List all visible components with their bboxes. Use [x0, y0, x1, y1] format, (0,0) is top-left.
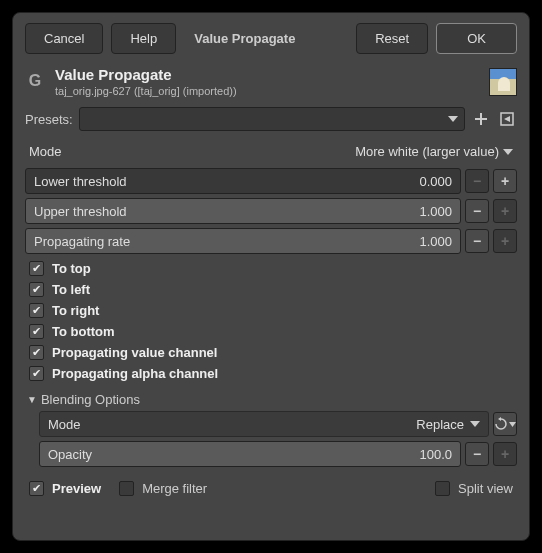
chevron-down-icon [503, 149, 513, 155]
to-bottom-row: ✔ To bottom [25, 321, 517, 342]
alpha-channel-row: ✔ Propagating alpha channel [25, 363, 517, 384]
to-left-row: ✔ To left [25, 279, 517, 300]
chevron-down-icon [470, 421, 480, 427]
lower-threshold-minus: − [465, 169, 489, 193]
dialog-title-button: Value Propagate [184, 24, 305, 53]
presets-row: Presets: [25, 107, 517, 131]
mode-row[interactable]: Mode More white (larger value) [25, 139, 517, 164]
blend-mode-dropdown[interactable]: Mode Replace [39, 411, 489, 437]
upper-threshold-minus[interactable]: − [465, 199, 489, 223]
preview-checkbox[interactable]: ✔ [29, 481, 44, 496]
upper-threshold-row: Upper threshold 1.000 − + [25, 198, 517, 224]
triangle-down-icon: ▼ [27, 394, 37, 405]
chevron-down-icon [509, 422, 516, 427]
to-bottom-checkbox[interactable]: ✔ [29, 324, 44, 339]
blending-options-panel: Mode Replace Opacity 100.0 − + [39, 411, 517, 471]
upper-threshold-plus: + [493, 199, 517, 223]
propagating-rate-minus[interactable]: − [465, 229, 489, 253]
lower-threshold-slider[interactable]: Lower threshold 0.000 [25, 168, 461, 194]
mode-value: More white (larger value) [355, 144, 499, 159]
dialog: Cancel Help Value Propagate Reset OK G V… [12, 12, 530, 541]
upper-threshold-slider[interactable]: Upper threshold 1.000 [25, 198, 461, 224]
preset-menu-button[interactable] [497, 109, 517, 129]
footer-row: ✔ Preview ✔ Merge filter ✔ Split view [25, 477, 517, 500]
to-right-row: ✔ To right [25, 300, 517, 321]
title-block: Value Propagate taj_orig.jpg-627 ([taj_o… [55, 66, 479, 97]
help-button[interactable]: Help [111, 23, 176, 54]
blend-mode-row: Mode Replace [39, 411, 517, 437]
add-preset-button[interactable] [471, 109, 491, 129]
value-channel-checkbox[interactable]: ✔ [29, 345, 44, 360]
lower-threshold-plus[interactable]: + [493, 169, 517, 193]
propagating-rate-row: Propagating rate 1.000 − + [25, 228, 517, 254]
reset-icon [494, 417, 508, 431]
opacity-plus: + [493, 442, 517, 466]
propagating-rate-plus: + [493, 229, 517, 253]
to-top-checkbox[interactable]: ✔ [29, 261, 44, 276]
presets-dropdown[interactable] [79, 107, 465, 131]
blend-mode-reset-button[interactable] [493, 412, 517, 436]
chevron-down-icon [448, 116, 458, 122]
split-view-checkbox[interactable]: ✔ [435, 481, 450, 496]
split-view-label: Split view [458, 481, 513, 496]
to-top-row: ✔ To top [25, 258, 517, 279]
dialog-subtitle: taj_orig.jpg-627 ([taj_orig] (imported)) [55, 85, 479, 97]
opacity-row: Opacity 100.0 − + [39, 441, 517, 467]
image-thumbnail[interactable] [489, 68, 517, 96]
gimp-icon: G [25, 72, 45, 92]
reset-button[interactable]: Reset [356, 23, 428, 54]
header: G Value Propagate taj_orig.jpg-627 ([taj… [25, 66, 517, 97]
merge-filter-label: Merge filter [142, 481, 207, 496]
propagating-rate-slider[interactable]: Propagating rate 1.000 [25, 228, 461, 254]
to-left-checkbox[interactable]: ✔ [29, 282, 44, 297]
opacity-slider[interactable]: Opacity 100.0 [39, 441, 461, 467]
button-row: Cancel Help Value Propagate Reset OK [25, 23, 517, 54]
to-right-checkbox[interactable]: ✔ [29, 303, 44, 318]
opacity-minus[interactable]: − [465, 442, 489, 466]
value-channel-row: ✔ Propagating value channel [25, 342, 517, 363]
alpha-channel-checkbox[interactable]: ✔ [29, 366, 44, 381]
presets-label: Presets: [25, 112, 73, 127]
dialog-title: Value Propagate [55, 66, 479, 83]
lower-threshold-row: Lower threshold 0.000 − + [25, 168, 517, 194]
merge-filter-checkbox[interactable]: ✔ [119, 481, 134, 496]
blending-options-expander[interactable]: ▼ Blending Options [25, 388, 517, 411]
ok-button[interactable]: OK [436, 23, 517, 54]
mode-label: Mode [29, 144, 355, 159]
preview-label: Preview [52, 481, 101, 496]
cancel-button[interactable]: Cancel [25, 23, 103, 54]
